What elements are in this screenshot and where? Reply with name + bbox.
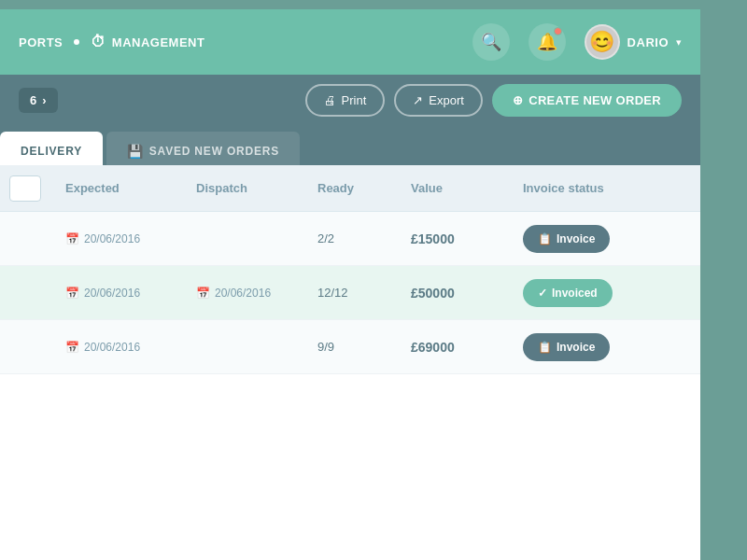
print-label: Print: [342, 93, 367, 107]
nav-dot: [74, 39, 79, 45]
th-select: [9, 175, 65, 202]
table-row: 📅 20/06/2016 📅 20/06/2016 12/12 £50000 ✓…: [0, 266, 700, 320]
plus-icon: ⊕: [513, 93, 523, 107]
td-ready-3: 9/9: [317, 340, 411, 354]
nav-ports-label[interactable]: PORTS: [19, 35, 63, 49]
breadcrumb-value: 6: [30, 93, 36, 107]
td-expected-3: 📅 20/06/2016: [65, 341, 196, 354]
user-name-label: DARIO: [627, 35, 669, 49]
tab-saved-label: SAVED NEW ORDERS: [149, 145, 279, 158]
calendar-icon: 📅: [196, 287, 210, 300]
calendar-icon: 📅: [65, 341, 79, 354]
table-row: 📅 20/06/2016 2/2 £15000 📋 Invoice: [0, 212, 700, 266]
user-menu-chevron-icon: ▾: [676, 36, 682, 49]
invoiced-button-2[interactable]: ✓ Invoiced: [523, 279, 613, 307]
nav-management[interactable]: ⏱ MANAGEMENT: [91, 34, 204, 50]
nav-left: PORTS ⏱ MANAGEMENT: [19, 34, 472, 50]
invoice-label-1: Invoice: [557, 232, 595, 245]
invoice-button-1[interactable]: 📋 Invoice: [523, 225, 610, 253]
notifications-button[interactable]: 🔔: [529, 23, 566, 61]
clipboard-icon: 📋: [538, 232, 552, 245]
table-header: Expected Dispatch Ready Value Invoice st…: [0, 165, 700, 212]
td-status-1: 📋 Invoice: [523, 225, 654, 253]
th-invoice-status: Invoice status: [523, 181, 654, 195]
check-icon: ✓: [538, 287, 547, 300]
breadcrumb-num[interactable]: 6 ›: [19, 88, 58, 113]
invoice-label-3: Invoice: [557, 341, 595, 354]
table-row: 📅 20/06/2016 9/9 £69000 📋 Invoice: [0, 320, 700, 374]
create-order-label: CREATE NEW ORDER: [529, 93, 661, 107]
tab-bar: DELIVERY 💾 SAVED NEW ORDERS: [0, 126, 700, 171]
main-content: Expected Dispatch Ready Value Invoice st…: [0, 165, 700, 560]
clipboard-icon: 📋: [538, 341, 552, 354]
subnav-actions: 🖨 Print ↗ Export ⊕ CREATE NEW ORDER: [305, 84, 682, 117]
print-icon: 🖨: [324, 93, 336, 107]
create-order-button[interactable]: ⊕ CREATE NEW ORDER: [492, 84, 682, 117]
clock-icon: ⏱: [91, 34, 106, 50]
saved-orders-icon: 💾: [127, 144, 144, 159]
td-expected-1: 📅 20/06/2016: [65, 232, 196, 245]
invoice-button-3[interactable]: 📋 Invoice: [523, 333, 610, 361]
tab-delivery-label: DELIVERY: [21, 145, 82, 158]
search-icon: 🔍: [481, 32, 501, 52]
sub-nav: 6 › 🖨 Print ↗ Export ⊕ CREATE NEW ORDER: [0, 75, 700, 126]
th-dispatch: Dispatch: [196, 181, 317, 195]
top-nav: PORTS ⏱ MANAGEMENT 🔍 🔔 😊 DARIO ▾: [0, 9, 700, 75]
td-dispatch-2: 📅 20/06/2016: [196, 287, 317, 300]
th-value: Value: [411, 181, 523, 195]
search-button[interactable]: 🔍: [472, 23, 510, 61]
nav-management-label: MANAGEMENT: [112, 35, 205, 49]
notification-badge: [554, 27, 562, 35]
td-value-1: £15000: [411, 231, 523, 246]
th-expected: Expected: [65, 181, 196, 195]
avatar: 😊: [585, 24, 620, 60]
breadcrumb: 6 ›: [19, 88, 58, 113]
nav-right: 🔍 🔔 😊 DARIO ▾: [472, 23, 682, 61]
filter-input[interactable]: [9, 175, 41, 202]
breadcrumb-chevron-icon: ›: [42, 93, 46, 107]
td-status-2: ✓ Invoiced: [523, 279, 654, 307]
print-button[interactable]: 🖨 Print: [305, 84, 386, 117]
td-expected-2: 📅 20/06/2016: [65, 287, 196, 300]
calendar-icon: 📅: [65, 232, 79, 245]
export-label: Export: [429, 93, 464, 107]
td-status-3: 📋 Invoice: [523, 333, 654, 361]
bell-icon: 🔔: [537, 32, 557, 52]
td-ready-2: 12/12: [317, 286, 411, 300]
export-icon: ↗: [413, 93, 423, 107]
calendar-icon: 📅: [65, 287, 79, 300]
td-ready-1: 2/2: [317, 231, 411, 245]
th-ready: Ready: [317, 181, 411, 195]
user-menu[interactable]: 😊 DARIO ▾: [585, 24, 682, 60]
td-value-2: £50000: [411, 286, 523, 301]
td-value-3: £69000: [411, 340, 523, 355]
orders-table: Expected Dispatch Ready Value Invoice st…: [0, 165, 700, 374]
export-button[interactable]: ↗ Export: [394, 84, 483, 117]
invoiced-label-2: Invoiced: [552, 287, 598, 300]
